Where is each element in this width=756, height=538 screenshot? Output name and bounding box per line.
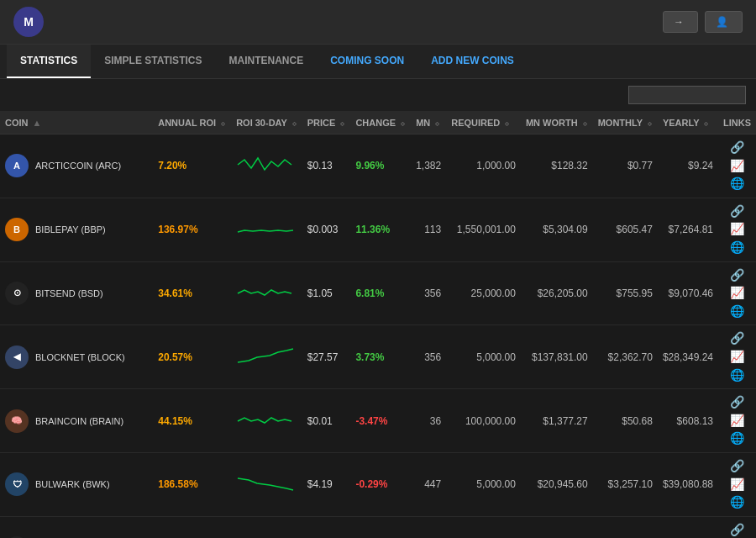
- chart-link-icon[interactable]: 📈: [730, 413, 744, 430]
- nav-item-maintenance[interactable]: MAINTENANCE: [215, 45, 317, 78]
- link-icon[interactable]: 🔗: [730, 394, 744, 411]
- coin-cell: ⊙ BITSEND (BSD): [0, 261, 153, 325]
- annual-roi-cell: 136.97%: [153, 198, 231, 261]
- coin-cell: B BIBLEPAY (BBP): [0, 198, 153, 261]
- price-cell: $27.57: [302, 325, 351, 389]
- mn-worth-cell: $5,304.09: [521, 198, 593, 261]
- nav-item-simple-statistics[interactable]: SIMPLE STATISTICS: [91, 45, 215, 78]
- col-yearly[interactable]: YEARLY ⬦: [658, 112, 718, 134]
- header: M → 👤: [0, 0, 756, 45]
- required-cell: 1,000.00: [446, 516, 521, 538]
- nav: STATISTICS SIMPLE STATISTICS MAINTENANCE…: [0, 45, 756, 79]
- col-change[interactable]: CHANGE ⬦: [350, 112, 411, 134]
- annual-roi-cell: 44.15%: [153, 389, 231, 453]
- roi-30day-cell: [231, 325, 302, 389]
- col-required[interactable]: REQUIRED ⬦: [446, 112, 521, 134]
- chart-link-icon[interactable]: 📈: [730, 158, 744, 175]
- roi-30day-cell: [231, 198, 302, 261]
- required-cell: 5,000.00: [446, 325, 521, 389]
- login-icon: →: [674, 16, 684, 28]
- col-price[interactable]: PRICE ⬦: [302, 112, 351, 134]
- links-cell: 🔗 📈 🌐: [718, 198, 756, 261]
- monthly-cell: $2,362.70: [593, 325, 658, 389]
- coin-icon: B: [5, 218, 29, 241]
- coin-name: BULWARK (BWK): [35, 479, 110, 489]
- chart-link-icon[interactable]: 📈: [730, 349, 744, 366]
- mn-cell: 36: [411, 389, 446, 453]
- chart-link-icon[interactable]: 📈: [730, 477, 744, 493]
- mn-cell: 1,382: [411, 134, 446, 198]
- globe-icon[interactable]: 🌐: [730, 176, 744, 193]
- mn-cell: 356: [411, 261, 446, 325]
- globe-icon[interactable]: 🌐: [730, 240, 744, 256]
- link-icon[interactable]: 🔗: [730, 267, 744, 284]
- globe-icon[interactable]: 🌐: [730, 303, 744, 320]
- signup-button[interactable]: 👤: [705, 11, 743, 33]
- link-icon[interactable]: 🔗: [730, 330, 744, 347]
- roi-30day-cell: [231, 389, 302, 453]
- link-icon[interactable]: 🔗: [730, 522, 744, 538]
- monthly-cell: $755.95: [593, 261, 658, 325]
- links-cell: 🔗 📈 🌐: [718, 389, 756, 453]
- yearly-cell: $7,264.81: [658, 198, 718, 261]
- link-icon[interactable]: 🔗: [730, 140, 744, 156]
- change-cell: 3.73%: [350, 325, 411, 389]
- coin-icon: ⊙: [5, 282, 29, 305]
- col-annual-roi[interactable]: ANNUAL ROI ⬦: [153, 112, 231, 134]
- mn-worth-cell: $1,377.27: [521, 389, 593, 453]
- logo-icon: M: [13, 7, 44, 37]
- table-row: 🧠 BRAINCOIN (BRAIN) 44.15% $0.01 -3.47% …: [0, 389, 756, 453]
- col-mn[interactable]: MN ⬦: [411, 112, 446, 134]
- col-links: LINKS: [718, 112, 756, 134]
- change-cell: 9.96%: [350, 134, 411, 198]
- required-cell: 5,000.00: [446, 452, 521, 516]
- coin-cell: 🛡 BULWARK (BWK): [0, 452, 153, 516]
- coin-name: BITSEND (BSD): [35, 288, 103, 298]
- monthly-cell: $3,257.10: [593, 452, 658, 516]
- monthly-cell: $20.05: [593, 516, 658, 538]
- nav-item-add-new-coins[interactable]: ADD NEW COINS: [417, 45, 528, 78]
- header-buttons: → 👤: [663, 11, 743, 33]
- login-button[interactable]: →: [663, 11, 698, 33]
- link-icon[interactable]: 🔗: [730, 458, 744, 475]
- mn-worth-cell: $26,205.00: [521, 261, 593, 325]
- required-cell: 100,000.00: [446, 389, 521, 453]
- globe-icon[interactable]: 🌐: [730, 367, 744, 384]
- link-icon[interactable]: 🔗: [730, 203, 744, 220]
- price-cell: $1.05: [302, 261, 351, 325]
- col-roi-30day[interactable]: ROI 30-DAY ⬦: [231, 112, 302, 134]
- links-cell: 🔗 📈 🌐: [718, 452, 756, 516]
- col-coin[interactable]: COIN ▲: [0, 112, 153, 134]
- roi-30day-cell: [231, 516, 302, 538]
- annual-roi-cell: 186.58%: [153, 452, 231, 516]
- annual-roi-cell: 34.61%: [153, 261, 231, 325]
- price-cell: $0.35: [302, 516, 351, 538]
- mn-cell: 113: [411, 198, 446, 261]
- yearly-cell: $39,080.88: [658, 452, 718, 516]
- table-row: ⊙ BITSEND (BSD) 34.61% $1.05 6.81% 356 2…: [0, 261, 756, 325]
- price-cell: $0.13: [302, 134, 351, 198]
- mn-cell: 447: [411, 452, 446, 516]
- annual-roi-cell: 67.98%: [153, 516, 231, 538]
- links-cell: 🔗 📈 🌐: [718, 516, 756, 538]
- yearly-cell: $9.24: [658, 134, 718, 198]
- globe-icon[interactable]: 🌐: [730, 430, 744, 447]
- data-table: COIN ▲ ANNUAL ROI ⬦ ROI 30-DAY ⬦ PRICE ⬦…: [0, 112, 756, 538]
- monthly-cell: $605.47: [593, 198, 658, 261]
- col-monthly[interactable]: MONTHLY ⬦: [593, 112, 658, 134]
- mn-worth-cell: $128.32: [521, 134, 593, 198]
- nav-item-coming-soon[interactable]: COMING SOON: [317, 45, 417, 78]
- roi-30day-cell: [231, 134, 302, 198]
- col-mn-worth[interactable]: MN WORTH ⬦: [521, 112, 593, 134]
- search-input[interactable]: [628, 86, 746, 104]
- change-cell: -3.47%: [350, 389, 411, 453]
- nav-item-statistics[interactable]: STATISTICS: [7, 45, 91, 78]
- change-cell: -0.29%: [350, 452, 411, 516]
- globe-icon[interactable]: 🌐: [730, 494, 744, 511]
- links-cell: 🔗 📈 🌐: [718, 325, 756, 389]
- chart-link-icon[interactable]: 📈: [730, 285, 744, 302]
- table-row: 🛡 BULWARK (BWK) 186.58% $4.19 -0.29% 447…: [0, 452, 756, 516]
- chart-link-icon[interactable]: 📈: [730, 221, 744, 238]
- table-row: B BIBLEPAY (BBP) 136.97% $0.003 11.36% 1…: [0, 198, 756, 261]
- mn-cell: 356: [411, 325, 446, 389]
